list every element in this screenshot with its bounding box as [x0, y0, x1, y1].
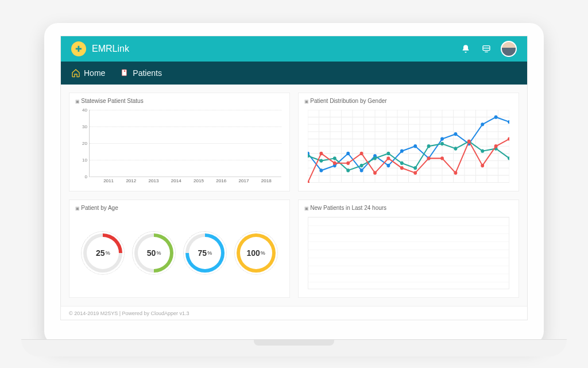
nav-patients[interactable]: Patients: [120, 68, 162, 78]
svg-point-55: [400, 162, 404, 165]
svg-point-47: [508, 120, 509, 124]
footer-text: © 2014-2019 M2SYS | Powered by CloudAppe…: [69, 310, 189, 316]
card-age-title: Patient by Age: [75, 205, 284, 211]
card-new24-title: New Patients in Last 24 hours: [304, 205, 513, 211]
app-title: EMRLink: [92, 44, 451, 54]
gauge: 75%: [185, 233, 225, 273]
svg-point-77: [481, 164, 484, 167]
svg-point-66: [333, 162, 336, 165]
svg-point-67: [346, 162, 350, 165]
svg-point-40: [413, 144, 417, 148]
card-statewise-title: Statewise Patient Status: [75, 98, 284, 104]
svg-point-59: [454, 147, 457, 150]
laptop-base: [21, 339, 567, 356]
nav-home-label: Home: [84, 68, 105, 78]
svg-point-70: [386, 156, 390, 160]
laptop-frame: ✚ EMRLink Home Patients Statewise Patien…: [44, 23, 544, 345]
tray-icon[interactable]: [480, 43, 493, 55]
svg-point-52: [360, 164, 363, 167]
svg-point-74: [440, 156, 444, 160]
screen: ✚ EMRLink Home Patients Statewise Patien…: [60, 36, 528, 320]
main-nav: Home Patients: [61, 62, 527, 85]
gauge: 50%: [134, 233, 173, 273]
statewise-chart: 0102030402011201220132014201520162017201…: [75, 108, 284, 185]
user-avatar[interactable]: [501, 41, 517, 57]
home-icon: [71, 68, 80, 78]
svg-point-75: [454, 171, 457, 174]
gauge: 100%: [237, 233, 276, 273]
new24-chart: [304, 214, 513, 292]
svg-point-68: [360, 152, 363, 155]
svg-point-49: [319, 159, 323, 162]
svg-point-33: [319, 168, 323, 172]
svg-point-65: [319, 152, 323, 155]
nav-patients-label: Patients: [133, 68, 162, 78]
footer: © 2014-2019 M2SYS | Powered by CloudAppe…: [61, 306, 527, 320]
svg-point-58: [440, 142, 444, 145]
svg-point-76: [467, 140, 471, 143]
svg-point-53: [373, 156, 377, 160]
svg-point-38: [386, 164, 390, 167]
svg-point-45: [481, 122, 484, 126]
card-gender-title: Patient Distribution by Gender: [304, 98, 513, 104]
svg-point-42: [440, 137, 444, 140]
svg-point-46: [494, 115, 498, 118]
svg-rect-1: [122, 70, 127, 76]
svg-point-72: [413, 171, 417, 174]
svg-point-36: [360, 168, 363, 172]
svg-point-64: [308, 181, 310, 182]
svg-point-39: [400, 150, 404, 153]
card-age: Patient by Age 25%50%75%100%: [69, 200, 290, 298]
svg-point-56: [413, 166, 417, 170]
svg-point-61: [481, 150, 484, 153]
gauge: 25%: [83, 233, 122, 273]
svg-point-71: [400, 166, 404, 170]
gender-chart: [304, 108, 513, 185]
svg-point-57: [427, 144, 431, 148]
svg-point-69: [373, 171, 377, 174]
app-header: ✚ EMRLink: [61, 36, 527, 62]
age-gauges: 25%50%75%100%: [75, 214, 284, 292]
svg-point-78: [494, 144, 498, 148]
svg-point-50: [333, 156, 336, 160]
svg-point-54: [386, 152, 390, 155]
svg-point-51: [346, 168, 350, 172]
card-new24: New Patients in Last 24 hours: [298, 200, 519, 298]
svg-point-73: [427, 156, 431, 160]
svg-point-43: [454, 132, 457, 136]
card-gender: Patient Distribution by Gender: [298, 93, 519, 191]
app-logo-icon: ✚: [71, 41, 86, 56]
nav-home[interactable]: Home: [71, 68, 105, 78]
svg-point-35: [346, 152, 350, 155]
bell-icon[interactable]: [459, 43, 472, 55]
patients-icon: [120, 68, 129, 78]
dashboard-content: Statewise Patient Status 010203040201120…: [61, 85, 527, 306]
card-statewise: Statewise Patient Status 010203040201120…: [69, 93, 290, 191]
